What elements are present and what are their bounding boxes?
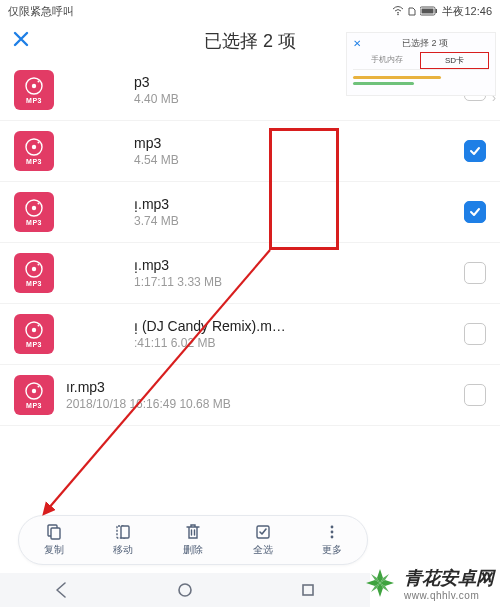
list-item[interactable]: MP3ᴉ (DJ Candy Remix).m…:41:11 6.02 MB [0, 304, 500, 365]
list-item[interactable]: MP3ᴉ.mp31:17:11 3.33 MB [0, 243, 500, 304]
svg-point-9 [38, 142, 40, 144]
mp3-icon: MP3 [14, 253, 54, 293]
trash-icon [184, 523, 202, 541]
android-nav [0, 573, 370, 607]
select-all-label: 全选 [253, 543, 273, 557]
svg-point-17 [32, 328, 36, 332]
more-icon [323, 523, 341, 541]
svg-point-15 [38, 264, 40, 266]
svg-rect-2 [436, 9, 438, 13]
mp3-icon: MP3 [14, 70, 54, 110]
delete-button[interactable]: 删除 [183, 523, 203, 557]
svg-point-20 [32, 389, 36, 393]
file-meta: ᴉ (DJ Candy Remix).m…:41:11 6.02 MB [54, 318, 464, 350]
action-toolbar: 复制 移动 删除 全选 更多 [18, 515, 368, 565]
nav-recents-icon[interactable] [299, 581, 317, 599]
checkbox[interactable] [464, 262, 486, 284]
brand-name: 青花安卓网 [404, 566, 494, 590]
file-name: ᴉ (DJ Candy Remix).m… [134, 318, 452, 334]
svg-point-29 [331, 536, 334, 539]
file-sub: 4.54 MB [134, 153, 452, 167]
file-name: mp3 [134, 135, 452, 151]
copy-label: 复制 [44, 543, 64, 557]
more-label: 更多 [322, 543, 342, 557]
svg-point-12 [38, 203, 40, 205]
checkbox[interactable] [464, 384, 486, 406]
battery-icon [420, 6, 438, 16]
preview-close-icon: ✕ [353, 38, 361, 49]
preview-tab-phone: 手机内存 [353, 52, 420, 69]
file-meta: ır.mp32018/10/18 16:16:49 10.68 MB [54, 379, 464, 411]
svg-point-0 [398, 14, 400, 16]
list-item[interactable]: MP3ır.mp32018/10/18 16:16:49 10.68 MB [0, 365, 500, 426]
select-all-button[interactable]: 全选 [253, 523, 273, 557]
svg-point-14 [32, 267, 36, 271]
sim-icon [408, 6, 416, 16]
nav-back-icon[interactable] [53, 581, 71, 599]
preview-title: 已选择 2 项 [361, 37, 489, 50]
svg-rect-3 [422, 9, 434, 14]
list-item[interactable]: MP3mp34.54 MB [0, 121, 500, 182]
inset-preview: ✕ 已选择 2 项 手机内存 SD卡 › [346, 32, 496, 96]
mp3-icon: MP3 [14, 314, 54, 354]
svg-point-18 [38, 325, 40, 327]
watermark: 青花安卓网 www.qhhlv.com [362, 565, 494, 601]
svg-rect-23 [51, 528, 60, 539]
file-name: ᴉ.mp3 [134, 196, 452, 212]
wifi-icon [392, 6, 404, 16]
copy-button[interactable]: 复制 [44, 523, 64, 557]
mp3-icon: MP3 [14, 192, 54, 232]
file-meta: ᴉ.mp3 3.74 MB [54, 196, 464, 228]
mp3-icon: MP3 [14, 131, 54, 171]
checkbox[interactable] [464, 201, 486, 223]
file-sub: :41:11 6.02 MB [134, 336, 452, 350]
checkbox[interactable] [464, 140, 486, 162]
status-bar: 仅限紧急呼叫 半夜12:46 [0, 0, 500, 22]
move-button[interactable]: 移动 [113, 523, 133, 557]
file-list: MP3p34.40 MBMP3mp34.54 MBMP3ᴉ.mp3 3.74 M… [0, 60, 500, 426]
move-icon [114, 523, 132, 541]
select-all-icon [254, 523, 272, 541]
svg-point-28 [331, 531, 334, 534]
brand-url: www.qhhlv.com [404, 590, 494, 601]
mp3-icon: MP3 [14, 375, 54, 415]
svg-point-11 [32, 206, 36, 210]
copy-icon [45, 523, 63, 541]
file-sub: 1:17:11 3.33 MB [134, 275, 452, 289]
svg-rect-25 [121, 526, 129, 538]
preview-tab-sd: SD卡 [420, 52, 489, 69]
svg-point-21 [38, 386, 40, 388]
file-sub: 3.74 MB [134, 214, 452, 228]
status-right: 半夜12:46 [392, 4, 492, 19]
file-meta: ᴉ.mp31:17:11 3.33 MB [54, 257, 464, 289]
svg-point-8 [32, 145, 36, 149]
more-button[interactable]: 更多 [322, 523, 342, 557]
checkbox[interactable] [464, 323, 486, 345]
preview-bars [353, 76, 489, 85]
file-meta: mp34.54 MB [54, 135, 464, 167]
status-carrier: 仅限紧急呼叫 [8, 4, 74, 19]
svg-point-30 [179, 584, 191, 596]
svg-rect-31 [303, 585, 313, 595]
svg-point-6 [38, 81, 40, 83]
file-sub: 2018/10/18 16:16:49 10.68 MB [66, 397, 452, 411]
svg-point-5 [32, 84, 36, 88]
list-item[interactable]: MP3ᴉ.mp3 3.74 MB [0, 182, 500, 243]
move-label: 移动 [113, 543, 133, 557]
brand-logo-icon [362, 565, 398, 601]
nav-home-icon[interactable] [176, 581, 194, 599]
delete-label: 删除 [183, 543, 203, 557]
chevron-right-icon: › [492, 91, 496, 105]
file-name: ır.mp3 [66, 379, 452, 395]
file-name: ᴉ.mp3 [134, 257, 452, 273]
svg-point-27 [331, 526, 334, 529]
status-clock: 半夜12:46 [442, 4, 492, 19]
